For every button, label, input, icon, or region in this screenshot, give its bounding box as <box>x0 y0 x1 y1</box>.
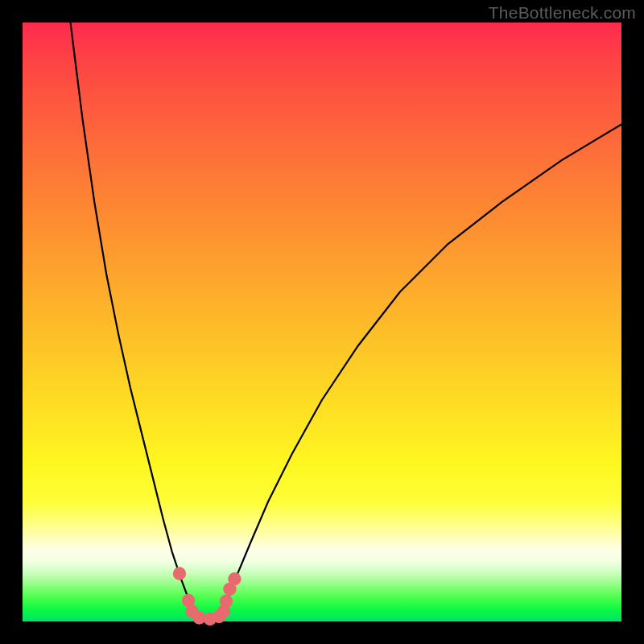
watermark-text: TheBottleneck.com <box>489 3 636 23</box>
marker-dot <box>220 595 233 608</box>
marker-group <box>173 567 242 625</box>
plot-area <box>23 23 621 621</box>
curve-right <box>222 124 621 615</box>
curve-left <box>71 23 195 616</box>
curve-layer <box>23 23 621 621</box>
marker-dot <box>173 567 186 580</box>
marker-dot <box>228 572 241 585</box>
chart-frame: TheBottleneck.com <box>0 0 644 644</box>
